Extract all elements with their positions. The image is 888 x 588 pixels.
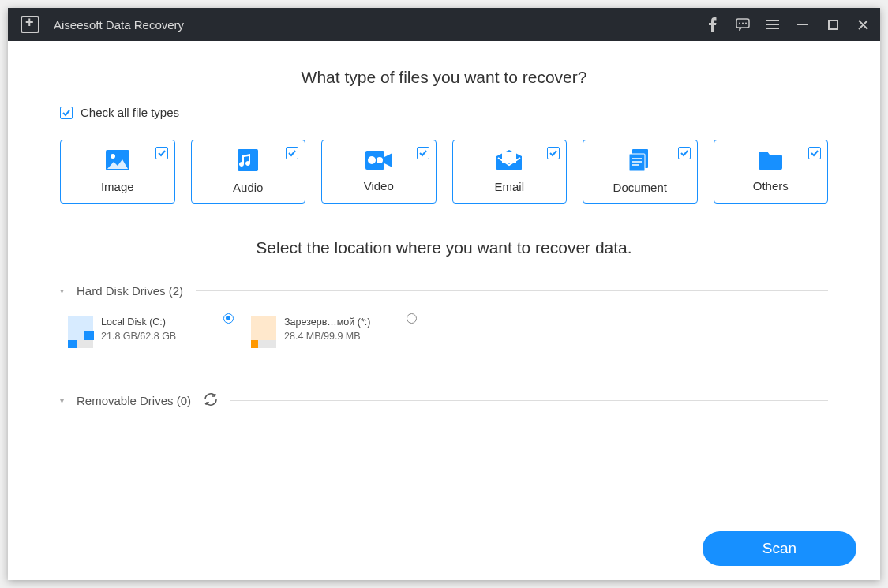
file-type-others-label: Others — [753, 179, 789, 193]
file-type-document-label: Document — [613, 181, 667, 194]
hdd-section-label: Hard Disk Drives (2) — [77, 284, 183, 298]
drive-size: 28.4 MB/99.9 MB — [284, 331, 370, 342]
drive-icon — [68, 316, 93, 348]
facebook-icon[interactable] — [705, 17, 721, 32]
file-types-heading: What type of files you want to recover? — [60, 68, 828, 87]
check-all-file-types[interactable]: Check all file types — [60, 106, 828, 119]
drive-icon — [251, 316, 276, 348]
drive-name: Зарезерв…мой (*:) — [284, 316, 370, 328]
removable-section-label: Removable Drives (0) — [77, 394, 191, 407]
file-type-email-label: Email — [494, 180, 524, 193]
drive-reserved[interactable]: Зарезерв…мой (*:) 28.4 MB/99.9 MB — [251, 316, 385, 348]
file-type-video[interactable]: Video — [321, 140, 437, 204]
file-type-image-label: Image — [101, 180, 134, 193]
svg-rect-12 — [629, 154, 645, 171]
scan-button[interactable]: Scan — [703, 531, 856, 566]
file-type-image-checkbox[interactable] — [155, 147, 168, 159]
audio-icon — [238, 149, 258, 174]
svg-point-3 — [745, 23, 747, 24]
file-type-others-checkbox[interactable] — [808, 147, 821, 159]
location-heading: Select the location where you want to re… — [60, 238, 828, 257]
drive-reserved-radio[interactable] — [407, 313, 417, 324]
image-icon — [106, 150, 129, 174]
file-type-others[interactable]: Others — [714, 140, 829, 204]
app-window: Aiseesoft Data Recovery What type of fil… — [8, 8, 880, 580]
svg-point-1 — [739, 23, 740, 24]
file-type-audio-label: Audio — [233, 181, 263, 194]
check-all-checkbox[interactable] — [60, 107, 73, 119]
maximize-button[interactable] — [825, 17, 841, 32]
removable-section-header: ▾ Removable Drives (0) — [60, 392, 828, 409]
file-type-grid: Image Audio Video — [60, 140, 828, 204]
video-icon — [365, 151, 392, 173]
hdd-section-header: ▾ Hard Disk Drives (2) — [60, 284, 828, 298]
check-all-label: Check all file types — [81, 106, 179, 119]
file-type-email-checkbox[interactable] — [547, 147, 560, 159]
drives-list: Local Disk (C:) 21.8 GB/62.8 GB Зарезерв… — [60, 316, 828, 348]
drive-c[interactable]: Local Disk (C:) 21.8 GB/62.8 GB — [68, 316, 202, 348]
drive-c-radio[interactable] — [223, 313, 234, 324]
file-type-video-checkbox[interactable] — [417, 147, 429, 159]
svg-point-8 — [368, 156, 376, 164]
app-title: Aiseesoft Data Recovery — [54, 18, 184, 32]
svg-point-9 — [377, 157, 383, 163]
file-type-document-checkbox[interactable] — [678, 147, 691, 159]
file-type-email[interactable]: Email — [452, 140, 568, 204]
svg-point-5 — [111, 154, 115, 159]
file-type-audio[interactable]: Audio — [191, 140, 306, 204]
document-icon — [629, 149, 651, 174]
refresh-icon[interactable] — [204, 392, 218, 409]
feedback-icon[interactable] — [735, 17, 751, 32]
collapse-icon[interactable]: ▾ — [60, 396, 64, 405]
file-type-document[interactable]: Document — [583, 140, 698, 204]
close-button[interactable] — [855, 17, 871, 32]
main-content: What type of files you want to recover? … — [8, 41, 880, 580]
app-logo-icon — [21, 16, 39, 33]
folder-icon — [759, 151, 782, 173]
svg-rect-10 — [502, 152, 516, 163]
file-type-video-label: Video — [364, 179, 394, 193]
collapse-icon[interactable]: ▾ — [60, 287, 64, 295]
svg-rect-6 — [238, 149, 258, 171]
drive-size: 21.8 GB/62.8 GB — [101, 331, 176, 342]
minimize-button[interactable] — [795, 17, 811, 32]
drive-name: Local Disk (C:) — [101, 316, 176, 328]
file-type-audio-checkbox[interactable] — [286, 147, 298, 159]
svg-point-2 — [742, 23, 744, 24]
menu-icon[interactable] — [765, 17, 781, 32]
title-bar: Aiseesoft Data Recovery — [8, 8, 880, 41]
email-icon — [496, 150, 522, 174]
file-type-image[interactable]: Image — [60, 140, 175, 204]
